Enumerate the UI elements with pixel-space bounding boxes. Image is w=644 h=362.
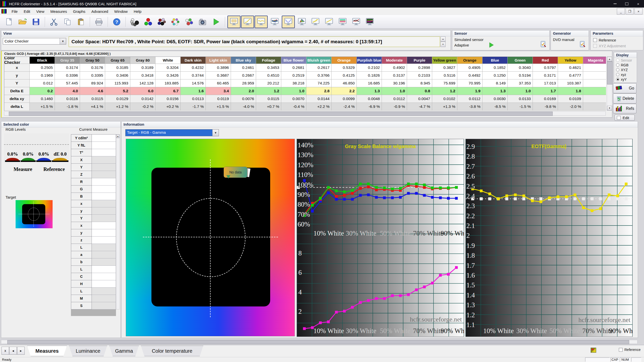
table-cell[interactable]: 6.7 <box>155 87 181 95</box>
table-cell[interactable]: 0.3766 <box>306 72 332 79</box>
delete-button[interactable]: Delete <box>613 94 636 104</box>
column-header-orange[interactable]: Orange <box>332 57 357 64</box>
measure-row-value[interactable] <box>92 222 116 229</box>
table-cell[interactable]: 0.3896 <box>206 64 231 72</box>
table-cell[interactable]: 4.0 <box>55 87 80 95</box>
table-cell[interactable]: 17.013 <box>533 79 558 87</box>
column-header-yellow-green[interactable]: Yellow green <box>432 57 457 64</box>
table-cell[interactable]: 0.0142 <box>130 95 155 103</box>
table-cell[interactable]: 2.0 <box>231 87 256 95</box>
grayscale-measure-button[interactable] <box>128 16 141 28</box>
table-cell[interactable]: 0.0156 <box>155 95 181 103</box>
primaries-measure-button[interactable] <box>142 16 155 28</box>
table-cell[interactable]: 0.2102 <box>357 64 382 72</box>
measure-row-value[interactable] <box>92 302 116 309</box>
column-header-yellow[interactable]: Yellow <box>558 57 583 64</box>
refs-button[interactable]: Refs <box>613 104 636 113</box>
tab-measures[interactable]: Measures <box>27 346 67 356</box>
table-cell[interactable]: -1.5 % <box>508 103 533 111</box>
table-cell[interactable]: 1.3 <box>482 87 508 95</box>
table-cell[interactable]: -3.8 % <box>457 103 482 111</box>
run-measure-button[interactable] <box>210 16 223 28</box>
table-cell[interactable]: 6.0 <box>130 87 155 95</box>
measure-scrollbar[interactable]: ▲ <box>116 134 120 309</box>
table-cell[interactable]: 0.5329 <box>332 64 357 72</box>
table-cell[interactable]: 37.353 <box>508 79 533 87</box>
table-cell[interactable]: 0.5797 <box>533 64 558 72</box>
display-option-xyy[interactable]: xyY <box>616 77 637 82</box>
menu-item-window[interactable]: Window <box>111 8 131 15</box>
spinner-down-icon[interactable]: ▼ <box>440 42 446 47</box>
eotf-graph-view-button[interactable] <box>282 16 295 28</box>
column-header-gray-35[interactable]: Gray 35 <box>55 57 80 64</box>
saturations-measure-button[interactable] <box>169 16 182 28</box>
table-cell[interactable]: 0.0112 <box>382 95 407 103</box>
saturation-shift-view-button[interactable] <box>363 16 376 28</box>
copy-button[interactable] <box>61 16 74 28</box>
measure-row-value[interactable] <box>92 171 116 178</box>
measure-row-value[interactable] <box>92 200 116 207</box>
menu-item-graphs[interactable]: Graphs <box>70 8 88 15</box>
table-cell[interactable] <box>583 103 606 111</box>
checkbox-icon[interactable] <box>593 38 597 42</box>
view-selector[interactable]: Color Checker ▼ <box>3 38 66 44</box>
column-header-green[interactable]: Green <box>508 57 533 64</box>
table-horizontal-scrollbar[interactable] <box>4 111 606 116</box>
table-cell[interactable]: 0.1969 <box>30 72 55 79</box>
table-cell[interactable]: 0.2103 <box>407 72 432 79</box>
column-header-purple[interactable]: Purple <box>407 57 432 64</box>
table-cell[interactable]: 0.3174 <box>55 64 80 72</box>
measure-row-value[interactable] <box>92 164 116 171</box>
column-header-red[interactable]: Red <box>533 57 558 64</box>
table-cell[interactable]: 0.2667 <box>231 72 256 79</box>
table-cell[interactable]: 1.8 <box>558 87 583 95</box>
table-cell[interactable]: 0.0129 <box>105 95 130 103</box>
chevron-down-icon[interactable]: ▼ <box>212 129 219 136</box>
near-black-measure-button[interactable] <box>155 16 168 28</box>
table-cell[interactable]: 20.212 <box>256 79 281 87</box>
table-cell[interactable]: 0.1250 <box>482 72 508 79</box>
display-option-xyz[interactable]: XYZ <box>616 67 637 72</box>
paste-button[interactable] <box>74 16 88 28</box>
table-cell[interactable]: 0.2461 <box>231 64 256 72</box>
table-cell[interactable]: -0.9 % <box>382 103 407 111</box>
checkbox-reference[interactable]: Reference <box>593 38 643 42</box>
menu-item-measures[interactable]: Measures <box>47 8 70 15</box>
table-cell[interactable]: 0.3137 <box>382 72 407 79</box>
table-cell[interactable]: 1.3 <box>357 87 382 95</box>
tab-color-temperature[interactable]: Color temperature <box>141 346 203 356</box>
table-cell[interactable]: 14.576 <box>181 79 206 87</box>
table-cell[interactable]: -2.4 % <box>332 103 357 111</box>
sensor-config-icon[interactable] <box>539 40 547 49</box>
table-cell[interactable]: 0.4621 <box>558 64 583 72</box>
main-horizontal-scrollbar[interactable] <box>1 340 637 344</box>
table-cell[interactable]: 46.850 <box>332 79 357 87</box>
column-header-gray-65[interactable]: Gray 65 <box>105 57 130 64</box>
table-cell[interactable]: 2.2 <box>332 87 357 95</box>
column-header-magenta[interactable]: Magenta <box>583 57 606 64</box>
menu-item-file[interactable]: File <box>9 8 21 15</box>
table-cell[interactable]: 0.2505 <box>30 64 55 72</box>
open-file-button[interactable] <box>16 16 29 28</box>
table-cell[interactable]: +1.5 % <box>206 103 231 111</box>
table-cell[interactable]: 3.4 <box>206 87 231 95</box>
radio-icon[interactable] <box>616 78 619 81</box>
table-cell[interactable]: -8.5 % <box>482 103 508 111</box>
table-cell[interactable]: 0.0144 <box>306 95 332 103</box>
table-cell[interactable]: -9.8 % <box>533 103 558 111</box>
table-cell[interactable]: 0.3395 <box>80 72 105 79</box>
go-button[interactable]: Go <box>613 83 636 93</box>
sensor-play-icon[interactable] <box>488 41 495 49</box>
column-header-blue-sky[interactable]: Blue sky <box>231 57 256 64</box>
table-cell[interactable]: 0.3396 <box>55 72 80 79</box>
print-button[interactable] <box>92 16 105 28</box>
table-cell[interactable]: -0.2 % <box>130 103 155 111</box>
measure-row-value[interactable] <box>92 237 116 244</box>
measure-row-value[interactable] <box>92 142 116 149</box>
table-cell[interactable]: 142.128 <box>130 79 155 87</box>
table-cell[interactable]: 0.4905 <box>457 64 482 72</box>
table-cell[interactable]: 0.3204 <box>155 64 181 72</box>
table-cell[interactable]: 0.0047 <box>407 95 432 103</box>
column-header-bluish-green[interactable]: Bluish green <box>306 57 332 64</box>
table-cell[interactable]: 0.3827 <box>432 64 457 72</box>
